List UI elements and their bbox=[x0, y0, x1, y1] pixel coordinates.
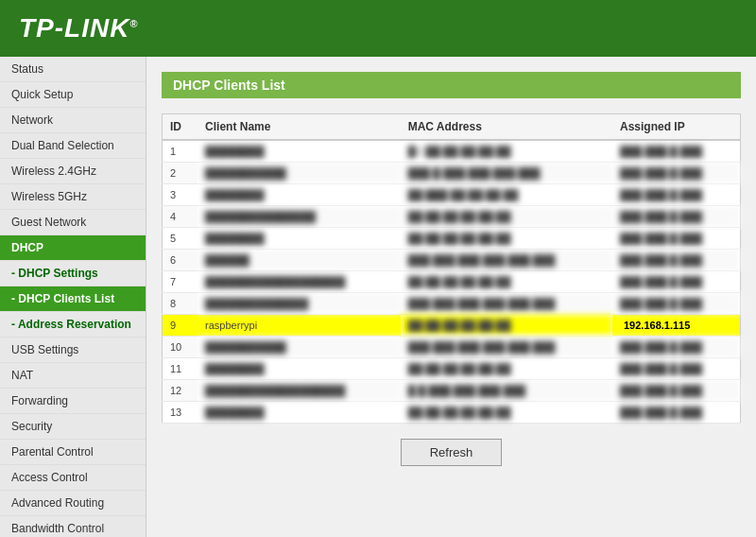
cell-id: 7 bbox=[163, 271, 198, 293]
table-row: 10██████████████.███.███.███.███.██████.… bbox=[163, 337, 741, 358]
table-row: 9raspberrypi██:██:██:██:██:██192.168.1.1… bbox=[163, 315, 741, 337]
cell-name: ███████████████████ bbox=[198, 380, 401, 402]
cell-id: 5 bbox=[163, 228, 198, 250]
cell-mac: ███.█.███.███.███.███ bbox=[401, 163, 612, 184]
logo-reg: ® bbox=[129, 18, 138, 29]
logo-text: TP-LINK bbox=[19, 13, 129, 43]
cell-name: raspberrypi bbox=[198, 315, 401, 337]
cell-name: ███████████████████ bbox=[198, 271, 401, 293]
cell-id: 12 bbox=[163, 380, 198, 402]
logo: TP-LINK® bbox=[19, 13, 139, 43]
cell-mac: ██:██:██:██:██:██ bbox=[401, 271, 612, 293]
table-row: 8█████████████████.███.███.███.███.█████… bbox=[163, 293, 741, 315]
cell-ip: 192.168.1.115 bbox=[612, 315, 741, 337]
cell-ip: ███.███.█.███ bbox=[612, 337, 741, 358]
cell-mac: █.█.███.███.███.███ bbox=[401, 380, 612, 402]
table-row: 6█████████.███.███.███.███.██████.███.█.… bbox=[163, 250, 741, 271]
sidebar-item-dual-band[interactable]: Dual Band Selection bbox=[0, 133, 146, 159]
cell-mac: ██:██:██:██:██:██ bbox=[401, 402, 612, 424]
table-row: 12████████████████████.█.███.███.███.███… bbox=[163, 380, 741, 402]
sidebar-item-security[interactable]: Security bbox=[0, 414, 146, 440]
main-content: DHCP Clients List ID Client Name MAC Add… bbox=[146, 57, 756, 537]
cell-name: ████████ bbox=[198, 140, 401, 163]
table-body: 1█████████C:██:██:██:██:█████.███.█.███2… bbox=[163, 140, 741, 424]
cell-name: ███████████ bbox=[198, 337, 401, 358]
sidebar-item-dhcp-settings[interactable]: - DHCP Settings bbox=[0, 261, 146, 286]
sidebar-item-address-reservation[interactable]: - Address Reservation bbox=[0, 312, 146, 338]
cell-name: ████████ bbox=[198, 228, 401, 250]
sidebar-item-usb-settings[interactable]: USB Settings bbox=[0, 338, 146, 363]
cell-mac: ██:██:██:██:██:██ bbox=[401, 315, 612, 337]
cell-ip: ███.███.█.███ bbox=[612, 293, 741, 315]
dhcp-clients-table: ID Client Name MAC Address Assigned IP 1… bbox=[162, 113, 741, 424]
page-title: DHCP Clients List bbox=[162, 72, 741, 98]
cell-name: ██████ bbox=[198, 250, 401, 271]
table-row: 11██████████:██:██:██:██:█████.███.█.███ bbox=[163, 358, 741, 380]
highlighted-ip: 192.168.1.115 bbox=[620, 318, 694, 333]
cell-name: ██████████████ bbox=[198, 293, 401, 315]
cell-id: 10 bbox=[163, 337, 198, 358]
sidebar-item-forwarding[interactable]: Forwarding bbox=[0, 389, 146, 414]
cell-mac: ███.███.███.███.███.███ bbox=[401, 337, 612, 358]
cell-name: ████████ bbox=[198, 358, 401, 380]
sidebar-item-wireless-5[interactable]: Wireless 5GHz bbox=[0, 184, 146, 210]
cell-ip: ███.███.█.███ bbox=[612, 271, 741, 293]
cell-mac: ██:██:██:██:██:██ bbox=[401, 206, 612, 228]
cell-mac: ██:██:██:██:██:██ bbox=[401, 358, 612, 380]
cell-mac: ██:██:██:██:██:██ bbox=[401, 228, 612, 250]
cell-ip: ███.███.█.███ bbox=[612, 228, 741, 250]
cell-id: 6 bbox=[163, 250, 198, 271]
cell-ip: ███.███.█.███ bbox=[612, 402, 741, 424]
cell-mac: ██:███:██:██:██:██ bbox=[401, 184, 612, 206]
cell-ip: ███.███.█.███ bbox=[612, 380, 741, 402]
table-row: 1█████████C:██:██:██:██:█████.███.█.███ bbox=[163, 140, 741, 163]
table-row: 13██████████:██:██:██:██:█████.███.█.███ bbox=[163, 402, 741, 424]
cell-name: ████████ bbox=[198, 402, 401, 424]
cell-id: 11 bbox=[163, 358, 198, 380]
cell-name: ████████ bbox=[198, 184, 401, 206]
cell-id: 3 bbox=[163, 184, 198, 206]
sidebar: StatusQuick SetupNetworkDual Band Select… bbox=[0, 57, 146, 537]
col-id: ID bbox=[163, 114, 198, 141]
cell-ip: ███.███.█.███ bbox=[612, 206, 741, 228]
sidebar-item-parental-control[interactable]: Parental Control bbox=[0, 440, 146, 465]
cell-mac: ███.███.███.███.███.███ bbox=[401, 250, 612, 271]
sidebar-item-advanced-routing[interactable]: Advanced Routing bbox=[0, 491, 146, 516]
cell-id: 2 bbox=[163, 163, 198, 184]
sidebar-item-dhcp-clients[interactable]: - DHCP Clients List bbox=[0, 286, 146, 312]
cell-id: 9 bbox=[163, 315, 198, 337]
header: TP-LINK® bbox=[0, 0, 756, 57]
button-area: Refresh bbox=[162, 439, 741, 474]
col-client-name: Client Name bbox=[198, 114, 401, 141]
cell-ip: ███.███.█.███ bbox=[612, 184, 741, 206]
sidebar-item-status[interactable]: Status bbox=[0, 57, 146, 82]
sidebar-item-quick-setup[interactable]: Quick Setup bbox=[0, 82, 146, 108]
sidebar-item-bandwidth-control[interactable]: Bandwidth Control bbox=[0, 516, 146, 537]
sidebar-item-network[interactable]: Network bbox=[0, 108, 146, 133]
table-header-row: ID Client Name MAC Address Assigned IP bbox=[163, 114, 741, 141]
refresh-button[interactable]: Refresh bbox=[401, 439, 503, 466]
sidebar-item-nat[interactable]: NAT bbox=[0, 363, 146, 389]
table-row: 5██████████:██:██:██:██:█████.███.█.███ bbox=[163, 228, 741, 250]
cell-ip: ███.███.█.███ bbox=[612, 163, 741, 184]
sidebar-item-dhcp[interactable]: DHCP bbox=[0, 235, 146, 261]
cell-name: ███████████ bbox=[198, 163, 401, 184]
cell-name: ███████████████ bbox=[198, 206, 401, 228]
sidebar-item-guest-network[interactable]: Guest Network bbox=[0, 210, 146, 235]
table-row: 4█████████████████:██:██:██:██:█████.███… bbox=[163, 206, 741, 228]
cell-id: 1 bbox=[163, 140, 198, 163]
cell-id: 8 bbox=[163, 293, 198, 315]
cell-ip: ███.███.█.███ bbox=[612, 140, 741, 163]
cell-id: 4 bbox=[163, 206, 198, 228]
col-ip: Assigned IP bbox=[612, 114, 741, 141]
table-row: 7█████████████████████:██:██:██:██:█████… bbox=[163, 271, 741, 293]
sidebar-item-wireless-24[interactable]: Wireless 2.4GHz bbox=[0, 159, 146, 184]
table-row: 2██████████████.█.███.███.███.██████.███… bbox=[163, 163, 741, 184]
layout: StatusQuick SetupNetworkDual Band Select… bbox=[0, 57, 756, 537]
cell-ip: ███.███.█.███ bbox=[612, 358, 741, 380]
cell-id: 13 bbox=[163, 402, 198, 424]
cell-ip: ███.███.█.███ bbox=[612, 250, 741, 271]
cell-mac: ███.███.███.███.███.███ bbox=[401, 293, 612, 315]
col-mac: MAC Address bbox=[401, 114, 612, 141]
sidebar-item-access-control[interactable]: Access Control bbox=[0, 465, 146, 491]
